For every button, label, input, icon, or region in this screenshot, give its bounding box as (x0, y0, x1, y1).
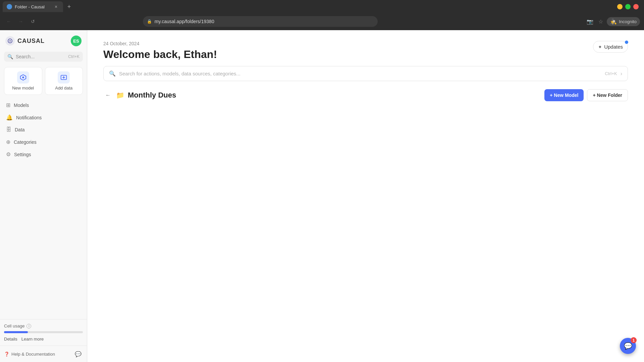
main-search-shortcut: Ctrl+K (605, 71, 617, 76)
updates-plus-icon: ✦ (598, 44, 602, 50)
sidebar-nav: ⊞ Models 🔔 Notifications 🗄 Data ⊕ Catego… (0, 98, 87, 319)
cell-usage-header: Cell usage i (4, 323, 83, 328)
new-model-button[interactable]: + New Model (544, 89, 584, 101)
url-input[interactable] (155, 19, 374, 24)
sidebar-item-settings[interactable]: ⚙ Settings (3, 148, 84, 161)
updates-notification-dot (625, 41, 628, 44)
sidebar-footer: Cell usage i Details Learn more (0, 319, 87, 346)
settings-icon: ⚙ (6, 151, 11, 158)
tab-close-button[interactable]: × (53, 4, 59, 10)
lock-icon: 🔒 (147, 19, 152, 24)
incognito-icon: 🕵 (610, 18, 617, 25)
main-header: 24 October, 2024 Welcome back, Ethan! ✦ … (87, 30, 644, 66)
sidebar-notifications-label: Notifications (16, 115, 42, 120)
tab-label: Folder - Causal (15, 4, 45, 9)
welcome-section: 24 October, 2024 Welcome back, Ethan! (103, 41, 217, 61)
main-search-arrow-icon: › (621, 71, 622, 77)
data-icon: 🗄 (6, 127, 11, 133)
sidebar-categories-label: Categories (14, 139, 37, 145)
new-model-quick-icon (17, 71, 29, 83)
progress-bar-fill (4, 331, 28, 333)
folder-title: Monthly Dues (128, 91, 176, 100)
browser-actions: 📷 ☆ 🕵 Incognito (585, 17, 640, 26)
address-bar[interactable]: 🔒 (143, 16, 378, 27)
details-link[interactable]: Details (4, 337, 17, 342)
folder-nav: ← 📁 Monthly Dues (103, 90, 176, 100)
active-tab[interactable]: Folder - Causal × (3, 1, 63, 12)
help-label: Help & Documentation (11, 352, 55, 357)
sidebar-models-label: Models (14, 103, 29, 108)
add-data-quick-btn[interactable]: Add data (45, 67, 83, 95)
chat-float-icon: 💬 (624, 342, 632, 350)
browser-chrome: Folder - Causal × + – □ × ← → ↺ 🔒 📷 ☆ 🕵 … (0, 0, 644, 30)
welcome-heading: Welcome back, Ethan! (103, 48, 217, 61)
help-documentation-link[interactable]: ❓ Help & Documentation (4, 352, 55, 357)
sidebar-chat-button[interactable]: 💬 (73, 349, 83, 359)
search-icon: 🔍 (7, 54, 13, 59)
nav-bar: ← → ↺ 🔒 📷 ☆ 🕵 Incognito (0, 13, 644, 29)
reload-button[interactable]: ↺ (28, 17, 38, 26)
tab-favicon (7, 4, 12, 9)
folder-header: ← 📁 Monthly Dues + New Model + New Folde… (103, 89, 628, 101)
search-shortcut: Ctrl+K (68, 54, 79, 59)
folder-back-button[interactable]: ← (103, 90, 113, 100)
main-search-placeholder: Search for actions, models, data sources… (119, 71, 601, 76)
main-search-bar[interactable]: 🔍 Search for actions, models, data sourc… (103, 66, 628, 81)
incognito-badge[interactable]: 🕵 Incognito (607, 17, 640, 26)
updates-button[interactable]: ✦ Updates (593, 41, 628, 53)
search-placeholder-text: Search... (16, 54, 65, 59)
learn-more-link[interactable]: Learn more (21, 337, 44, 342)
camera-icon[interactable]: 📷 (585, 17, 595, 26)
sidebar-settings-label: Settings (14, 152, 31, 157)
footer-links: Details Learn more (4, 337, 83, 342)
sidebar-item-data[interactable]: 🗄 Data (3, 124, 84, 136)
updates-label: Updates (604, 44, 623, 50)
search-section: 🔍 Search for actions, models, data sourc… (87, 66, 644, 89)
window-controls: – □ × (617, 4, 641, 9)
cell-usage-info-icon[interactable]: i (26, 324, 31, 328)
tab-bar: Folder - Causal × + – □ × (0, 0, 644, 13)
chat-notification-badge: 1 (631, 337, 637, 343)
forward-button[interactable]: → (16, 17, 25, 26)
categories-icon: ⊕ (6, 139, 10, 145)
user-avatar[interactable]: ES (71, 36, 82, 46)
app-container: CAUSAL ES 🔍 Search... Ctrl+K New model (0, 30, 644, 362)
bookmark-icon[interactable]: ☆ (596, 17, 605, 26)
chat-float-button[interactable]: 💬 1 (620, 338, 636, 354)
new-model-quick-btn[interactable]: New model (4, 67, 42, 95)
new-folder-button[interactable]: + New Folder (587, 89, 628, 101)
main-content: 24 October, 2024 Welcome back, Ethan! ✦ … (87, 30, 644, 362)
quick-actions: New model Add data (0, 64, 87, 98)
sidebar-item-models[interactable]: ⊞ Models (3, 99, 84, 111)
sidebar: CAUSAL ES 🔍 Search... Ctrl+K New model (0, 30, 87, 362)
back-button[interactable]: ← (4, 17, 13, 26)
logo-icon (5, 36, 15, 46)
add-data-quick-label: Add data (55, 85, 72, 90)
new-model-quick-label: New model (12, 85, 34, 90)
notifications-icon: 🔔 (6, 114, 13, 121)
sidebar-header: CAUSAL ES (0, 30, 87, 49)
sidebar-item-categories[interactable]: ⊕ Categories (3, 136, 84, 148)
folder-section: ← 📁 Monthly Dues + New Model + New Folde… (87, 89, 644, 108)
svg-point-1 (9, 40, 11, 42)
sidebar-bottom: ❓ Help & Documentation 💬 (0, 346, 87, 362)
empty-content-area (87, 108, 644, 362)
folder-actions: + New Model + New Folder (544, 89, 628, 101)
sidebar-item-notifications[interactable]: 🔔 Notifications (3, 111, 84, 124)
sidebar-data-label: Data (15, 127, 25, 132)
cell-usage-label: Cell usage (4, 323, 24, 328)
maximize-button[interactable]: □ (625, 4, 631, 9)
folder-icon: 📁 (116, 91, 124, 99)
logo-area: CAUSAL (5, 36, 45, 46)
progress-bar-background (4, 331, 83, 333)
close-window-button[interactable]: × (633, 4, 639, 9)
incognito-label: Incognito (619, 19, 637, 24)
new-tab-button[interactable]: + (64, 2, 74, 11)
svg-point-2 (22, 76, 24, 78)
models-icon: ⊞ (6, 102, 10, 108)
minimize-button[interactable]: – (617, 4, 623, 9)
sidebar-search[interactable]: 🔍 Search... Ctrl+K (4, 52, 83, 62)
app-logo-text: CAUSAL (17, 38, 45, 45)
help-icon: ❓ (4, 352, 9, 357)
add-data-quick-icon (58, 71, 70, 83)
